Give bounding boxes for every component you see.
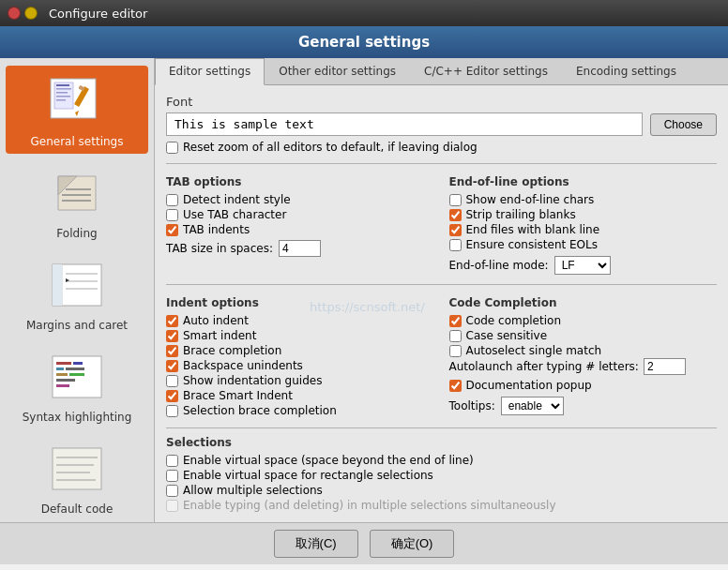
choose-font-button[interactable]: Choose <box>650 113 717 136</box>
divider-1 <box>166 163 717 164</box>
virtual-space-label: Enable virtual space (space beyond the e… <box>183 454 474 467</box>
eol-options-group: End-of-line options Show end-of-line cha… <box>449 170 718 275</box>
tab-size-row: TAB size in spaces: <box>166 240 434 257</box>
minimize-button[interactable] <box>24 7 38 20</box>
cancel-button[interactable]: 取消(C) <box>274 530 358 558</box>
tooltip-row: Tooltips: enable disable <box>449 397 718 415</box>
brace-smart-row: Brace Smart Indent <box>166 388 434 403</box>
tab-size-input[interactable] <box>279 240 321 257</box>
brace-completion-checkbox[interactable] <box>166 345 178 357</box>
typing-multiple-row: Enable typing (and deleting) in multiple… <box>166 498 717 513</box>
sidebar-item-general[interactable]: General settings <box>6 66 148 154</box>
show-indentation-label: Show indentation guides <box>183 374 322 387</box>
brace-smart-checkbox[interactable] <box>166 390 178 402</box>
font-section: Font This is sample text Choose Reset zo… <box>166 95 717 154</box>
end-blank-row: End files with blank line <box>449 222 718 237</box>
use-tab-checkbox[interactable] <box>166 209 178 221</box>
svg-rect-30 <box>56 384 69 387</box>
tab-indents-checkbox[interactable] <box>166 224 178 236</box>
auto-indent-checkbox[interactable] <box>166 315 178 327</box>
default-code-icon <box>47 439 107 499</box>
tab-other-editor[interactable]: Other editor settings <box>265 58 410 84</box>
documentation-row: Documentation popup <box>449 378 718 393</box>
brace-smart-label: Brace Smart Indent <box>183 389 293 402</box>
use-tab-label: Use TAB character <box>183 208 286 221</box>
svg-rect-5 <box>56 96 70 98</box>
show-indentation-checkbox[interactable] <box>166 375 178 387</box>
documentation-checkbox[interactable] <box>449 380 462 392</box>
case-sensitive-checkbox[interactable] <box>449 330 462 342</box>
virtual-space-checkbox[interactable] <box>166 455 178 467</box>
selection-brace-label: Selection brace completion <box>183 404 337 417</box>
detect-indent-checkbox[interactable] <box>166 194 178 206</box>
autoselect-checkbox[interactable] <box>449 345 462 357</box>
code-completion-row: Code completion <box>449 313 718 328</box>
tab-indents-label: TAB indents <box>183 223 250 236</box>
tooltips-select[interactable]: enable disable <box>501 397 564 415</box>
autolaunch-row: Autolaunch after typing # letters: <box>449 358 718 375</box>
svg-rect-26 <box>66 368 84 370</box>
show-eol-label: Show end-of-line chars <box>466 193 595 206</box>
eol-mode-select[interactable]: LF CR CRLF <box>554 256 611 275</box>
indent-options-group: Indent options Auto indent Smart indent … <box>166 291 434 418</box>
autolaunch-input[interactable] <box>644 358 686 375</box>
content-area: Editor settings Other editor settings C/… <box>155 58 728 522</box>
end-blank-checkbox[interactable] <box>449 224 462 236</box>
svg-rect-23 <box>56 362 71 365</box>
autoselect-label: Autoselect single match <box>466 344 602 357</box>
indent-code-grid: Indent options Auto indent Smart indent … <box>166 291 717 418</box>
sidebar: General settings Folding <box>0 58 155 522</box>
virtual-space-row: Enable virtual space (space beyond the e… <box>166 453 717 468</box>
reset-zoom-checkbox[interactable] <box>166 142 178 154</box>
ensure-eol-checkbox[interactable] <box>449 239 462 251</box>
tab-editor[interactable]: Editor settings <box>155 58 265 85</box>
autoselect-row: Autoselect single match <box>449 343 718 358</box>
selections-section: Selections Enable virtual space (space b… <box>166 436 717 513</box>
end-blank-label: End files with blank line <box>466 223 600 236</box>
svg-rect-29 <box>56 379 75 382</box>
sidebar-label-default-code: Default code <box>41 502 114 516</box>
use-tab-row: Use TAB character <box>166 207 434 222</box>
case-sensitive-label: Case sensitive <box>466 329 548 342</box>
smart-indent-checkbox[interactable] <box>166 330 178 342</box>
virtual-rect-label: Enable virtual space for rectangle selec… <box>183 469 433 482</box>
auto-indent-label: Auto indent <box>183 314 249 327</box>
tab-cpp-editor[interactable]: C/C++ Editor settings <box>410 58 562 84</box>
eol-mode-label: End-of-line mode: <box>449 259 549 272</box>
svg-rect-31 <box>53 448 101 489</box>
tab-options-group: TAB options Detect indent style Use TAB … <box>166 170 434 275</box>
tab-content-editor: Font This is sample text Choose Reset zo… <box>155 85 728 522</box>
indent-options-title: Indent options <box>166 296 434 309</box>
tabs: Editor settings Other editor settings C/… <box>155 58 728 85</box>
sidebar-item-default-code[interactable]: Default code <box>6 433 148 521</box>
virtual-rect-row: Enable virtual space for rectangle selec… <box>166 468 717 483</box>
tab-encoding[interactable]: Encoding settings <box>562 58 690 84</box>
ok-button[interactable]: 确定(O) <box>370 530 455 558</box>
ensure-eol-label: Ensure consistent EOLs <box>466 238 598 251</box>
code-completion-checkbox[interactable] <box>449 315 462 327</box>
show-eol-checkbox[interactable] <box>449 194 462 206</box>
sidebar-item-margins[interactable]: Margins and caret <box>6 249 148 338</box>
close-button[interactable] <box>8 7 21 20</box>
multiple-sel-label: Allow multiple selections <box>183 484 323 497</box>
main-layout: General settings Folding <box>0 58 728 522</box>
svg-rect-2 <box>56 84 69 86</box>
tooltips-label: Tooltips: <box>449 399 495 412</box>
font-preview: This is sample text <box>166 112 643 136</box>
strip-trailing-checkbox[interactable] <box>449 209 462 221</box>
typing-multiple-checkbox <box>166 500 178 512</box>
font-label: Font <box>166 95 717 109</box>
backspace-unindents-row: Backspace unindents <box>166 358 434 373</box>
smart-indent-label: Smart indent <box>183 329 256 342</box>
backspace-unindents-checkbox[interactable] <box>166 360 178 372</box>
smart-indent-row: Smart indent <box>166 328 434 343</box>
sidebar-item-syntax[interactable]: Syntax highlighting <box>6 341 148 429</box>
multiple-sel-row: Allow multiple selections <box>166 483 717 498</box>
bottom-bar: 取消(C) 确定(O) <box>0 522 728 564</box>
virtual-rect-checkbox[interactable] <box>166 470 178 482</box>
multiple-sel-checkbox[interactable] <box>166 485 178 497</box>
selection-brace-checkbox[interactable] <box>166 405 178 417</box>
sidebar-item-folding[interactable]: Folding <box>6 158 148 246</box>
brace-completion-row: Brace completion <box>166 343 434 358</box>
eol-options-title: End-of-line options <box>449 175 718 188</box>
